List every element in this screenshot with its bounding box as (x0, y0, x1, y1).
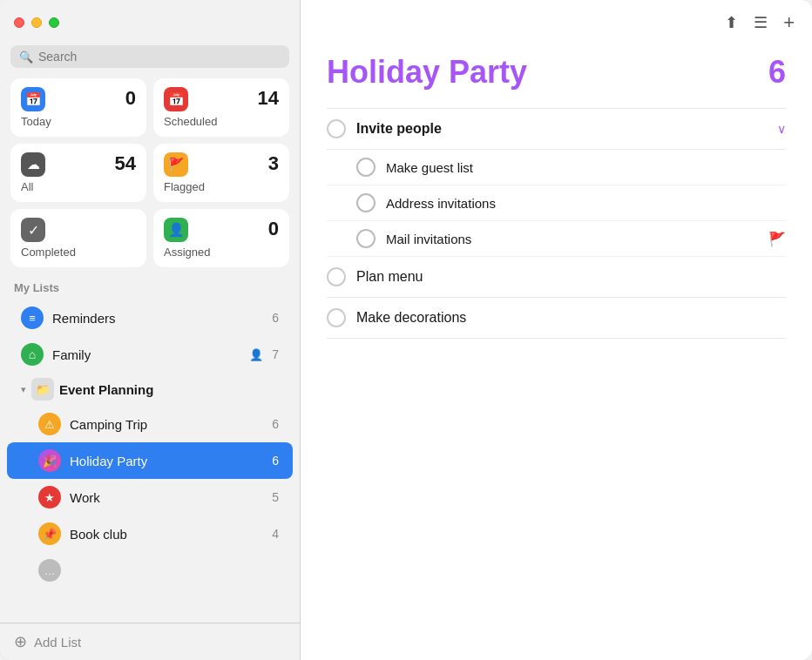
sidebar-item-family[interactable]: ⌂ Family 👤 7 (7, 336, 293, 373)
camping-icon: ⚠ (38, 413, 61, 435)
add-list-button[interactable]: ⊕ Add List (0, 623, 300, 660)
reminders-icon: ≡ (21, 306, 44, 329)
app-window: 🔍 📅 0 Today 📅 14 Scheduled (0, 0, 812, 660)
search-input[interactable] (38, 50, 281, 64)
sidebar-item-camping[interactable]: ⚠ Camping Trip 6 (7, 406, 293, 442)
subtask-label-mail: Mail invitations (386, 232, 471, 246)
task-label-planmenu: Plan menu (356, 269, 423, 285)
assigned-label: Assigned (164, 246, 279, 259)
list-title: Holiday Party (327, 54, 527, 91)
task-expand-icon[interactable]: ∨ (777, 122, 786, 136)
maximize-button[interactable] (49, 17, 59, 28)
my-lists-header: My Lists (0, 278, 300, 300)
completed-label: Completed (21, 246, 136, 259)
family-count: 7 (272, 347, 279, 361)
main-toolbar: ⬆ ☰ + (301, 0, 812, 45)
group-folder-icon: 📁 (31, 378, 54, 401)
completed-icon: ✓ (21, 218, 45, 242)
family-icon: ⌂ (21, 343, 44, 366)
bookclub-icon: 📌 (38, 522, 61, 545)
list-title-row: Holiday Party 6 (327, 54, 786, 91)
smart-card-scheduled[interactable]: 📅 14 Scheduled (153, 78, 289, 137)
smart-card-today[interactable]: 📅 0 Today (10, 78, 146, 137)
task-parent-invite[interactable]: Invite people ∨ (327, 109, 786, 150)
sidebar-item-bookclub[interactable]: 📌 Book club 4 (7, 515, 293, 552)
subtask-mail-inv[interactable]: Mail invitations 🚩 (327, 221, 786, 257)
all-label: All (21, 180, 136, 193)
sidebar-item-reminders[interactable]: ≡ Reminders 6 (7, 300, 293, 336)
minimize-button[interactable] (31, 17, 42, 28)
list-total: 6 (768, 54, 786, 91)
task-plan-menu[interactable]: Plan menu (327, 257, 786, 298)
holiday-count: 6 (272, 454, 279, 468)
sidebar: 🔍 📅 0 Today 📅 14 Scheduled (0, 0, 301, 660)
smart-card-flagged[interactable]: 🚩 3 Flagged (153, 144, 289, 202)
flagged-label: Flagged (164, 180, 279, 193)
group-event-planning[interactable]: ▾ 📁 Event Planning (7, 373, 293, 406)
search-icon: 🔍 (19, 51, 33, 64)
add-task-button[interactable]: + (783, 11, 795, 34)
assigned-count: 0 (268, 218, 279, 240)
sidebar-item-holiday[interactable]: 🎉 Holiday Party 6 (7, 442, 293, 479)
task-group-invite: Invite people ∨ Make guest list Address … (327, 108, 786, 257)
subtask-address-inv[interactable]: Address invitations (327, 185, 786, 221)
holiday-label: Holiday Party (70, 454, 263, 468)
task-circle-invite[interactable] (327, 119, 346, 138)
all-icon: ☁ (21, 152, 45, 177)
task-circle-planmenu[interactable] (327, 267, 346, 286)
family-shared-icon: 👤 (249, 348, 263, 361)
main-content: Holiday Party 6 Invite people ∨ Make gue… (301, 45, 812, 660)
flagged-icon: 🚩 (164, 152, 188, 177)
group-chevron-icon: ▾ (21, 384, 26, 395)
camping-count: 6 (272, 417, 279, 431)
task-circle-mail[interactable] (356, 229, 376, 248)
assigned-icon: 👤 (164, 218, 188, 242)
subtask-guest-list[interactable]: Make guest list (327, 150, 786, 185)
smart-card-assigned[interactable]: 👤 0 Assigned (153, 209, 289, 267)
search-bar[interactable]: 🔍 (10, 45, 289, 68)
close-button[interactable] (14, 17, 24, 28)
today-label: Today (21, 115, 136, 128)
all-count: 54 (115, 152, 136, 175)
work-count: 5 (272, 490, 279, 504)
holiday-icon: 🎉 (38, 449, 61, 472)
share-button[interactable]: ⬆ (725, 13, 738, 32)
sidebar-item-work[interactable]: ★ Work 5 (7, 479, 293, 515)
task-label-decorations: Make decorations (356, 310, 466, 326)
camping-label: Camping Trip (70, 417, 263, 432)
bookclub-label: Book club (70, 527, 263, 542)
reminders-label: Reminders (52, 311, 263, 326)
subtask-label-address: Address invitations (386, 196, 496, 211)
reminders-count: 6 (272, 311, 279, 325)
main-panel: ⬆ ☰ + Holiday Party 6 Invite people ∨ (301, 0, 812, 660)
smart-lists-grid: 📅 0 Today 📅 14 Scheduled ☁ 54 All (0, 78, 300, 278)
group-label: Event Planning (59, 382, 153, 397)
task-circle-guestlist[interactable] (356, 158, 376, 177)
add-list-icon: ⊕ (14, 632, 27, 651)
scheduled-icon: 📅 (164, 87, 188, 111)
today-count: 0 (125, 87, 136, 110)
title-bar (0, 0, 300, 45)
bookclub-count: 4 (272, 527, 279, 541)
task-make-decorations[interactable]: Make decorations (327, 298, 786, 339)
more-icon: … (38, 559, 61, 582)
smart-card-completed[interactable]: ✓ Completed (10, 209, 146, 267)
work-label: Work (70, 490, 263, 505)
today-icon: 📅 (21, 87, 45, 111)
task-circle-address[interactable] (356, 193, 376, 212)
task-circle-decorations[interactable] (327, 308, 346, 327)
menu-button[interactable]: ☰ (754, 13, 768, 32)
flag-icon: 🚩 (768, 231, 786, 247)
smart-card-all[interactable]: ☁ 54 All (10, 144, 146, 202)
task-parent-label-invite: Invite people (356, 121, 767, 137)
sidebar-item-more[interactable]: … (7, 552, 293, 589)
subtask-label-guestlist: Make guest list (386, 160, 473, 175)
scheduled-label: Scheduled (164, 115, 279, 128)
add-list-label: Add List (34, 635, 81, 650)
scheduled-count: 14 (258, 87, 279, 110)
flagged-count: 3 (268, 152, 279, 175)
family-label: Family (52, 347, 240, 362)
work-icon: ★ (38, 486, 61, 508)
